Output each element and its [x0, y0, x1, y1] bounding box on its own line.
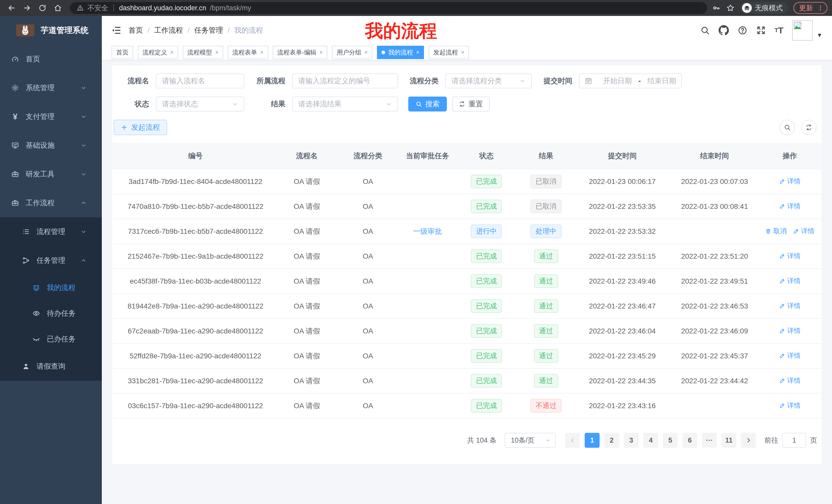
- sidebar-item-process-management[interactable]: 流程管理: [0, 217, 102, 246]
- close-tab-icon[interactable]: ×: [319, 49, 323, 56]
- sidebar-item-task-management[interactable]: 任务管理: [0, 246, 102, 275]
- cancel-action-link[interactable]: 取消: [765, 227, 787, 235]
- tab-5[interactable]: 用户分组×: [332, 46, 372, 59]
- tab-0[interactable]: 首页: [111, 46, 133, 59]
- close-tab-icon[interactable]: ×: [416, 49, 419, 56]
- table-row: 67c2eaab-7b9a-11ec-a290-acde48001122OA 请…: [112, 318, 822, 343]
- start-process-button[interactable]: 发起流程: [114, 120, 167, 135]
- warning-icon: [77, 4, 84, 11]
- tab-7[interactable]: 发起流程×: [428, 46, 469, 59]
- filter-item: 状态请选择状态: [116, 96, 244, 111]
- cell-result: 通过: [519, 318, 573, 343]
- browser-forward-button[interactable]: [20, 1, 34, 15]
- detail-action-link[interactable]: 详情: [779, 351, 801, 360]
- sidebar-item-leave-query[interactable]: 请假查询: [0, 352, 102, 381]
- page-button-11[interactable]: 11: [722, 433, 736, 448]
- close-tab-icon[interactable]: ×: [170, 49, 174, 56]
- app-logo[interactable]: 芋道管理系统: [0, 16, 102, 45]
- sidebar-item-todo-tasks[interactable]: 待办任务: [0, 301, 102, 326]
- next-page-button[interactable]: [741, 433, 756, 448]
- browser-back-button[interactable]: [5, 1, 19, 15]
- fullscreen-icon[interactable]: [756, 25, 766, 35]
- close-tab-icon[interactable]: ×: [260, 49, 263, 56]
- table-row: 3ad174fb-7b9d-11ec-8404-acde48001122OA 请…: [112, 169, 822, 194]
- prev-page-button[interactable]: [565, 433, 580, 448]
- help-icon[interactable]: [738, 25, 747, 35]
- github-icon[interactable]: [719, 25, 729, 35]
- address-bar[interactable]: 不安全 dashboard.yudao.iocoder.cn/bpm/task/…: [70, 2, 707, 14]
- detail-action-link[interactable]: 详情: [779, 276, 801, 285]
- page-size-select[interactable]: 10条/页: [505, 433, 555, 448]
- detail-action-link[interactable]: 详情: [779, 301, 801, 310]
- detail-action-link[interactable]: 详情: [779, 202, 801, 211]
- page-button-3[interactable]: 3: [624, 433, 639, 448]
- cell-submit-time: 2022-01-22 23:46:04: [573, 318, 671, 343]
- browser-update-button[interactable]: 更新: [794, 2, 827, 14]
- 所属流程-input[interactable]: 请输入流程定义的编号: [292, 74, 398, 88]
- 结果-select[interactable]: 请选择流结果: [292, 96, 398, 111]
- goto-page: 前往1页: [764, 433, 817, 448]
- menu-dots-icon[interactable]: [817, 5, 824, 11]
- 流程名-input[interactable]: 请输入流程名: [156, 74, 244, 88]
- tab-4[interactable]: 流程表单-编辑×: [273, 46, 328, 59]
- date-range-picker[interactable]: 开始日期-结束日期: [579, 74, 682, 88]
- search-button[interactable]: 搜索: [408, 96, 447, 111]
- close-tab-icon[interactable]: ×: [364, 49, 368, 56]
- key-icon[interactable]: [712, 4, 721, 12]
- sidebar-item-infrastructure[interactable]: 基础设施: [0, 131, 102, 160]
- tab-3[interactable]: 流程表单×: [228, 46, 268, 59]
- cell-result: 已取消: [519, 194, 573, 219]
- avatar-dropdown-icon[interactable]: ▾: [818, 31, 821, 39]
- edit-icon: [779, 178, 785, 185]
- table-refresh-button[interactable]: [801, 120, 816, 135]
- sidebar-item-system-management[interactable]: 系统管理: [0, 74, 102, 102]
- close-tab-icon[interactable]: ×: [215, 49, 218, 56]
- sidebar-item-dev-tools[interactable]: 研发工具: [0, 160, 102, 189]
- page-button-1[interactable]: 1: [585, 433, 600, 448]
- cell-submit-time: 2022-01-22 23:53:35: [573, 194, 671, 219]
- cell-status: 已完成: [454, 194, 519, 219]
- detail-action-link[interactable]: 详情: [779, 326, 801, 335]
- page-button-2[interactable]: 2: [604, 433, 619, 448]
- detail-action-link[interactable]: 详情: [779, 251, 801, 260]
- cell-submit-time: 2022-01-22 23:43:16: [573, 393, 671, 418]
- cell-result: 处理中: [519, 219, 573, 244]
- table-row: 331bc281-7b9a-11ec-a290-acde48001122OA 请…: [112, 368, 822, 393]
- edit-icon: [779, 303, 785, 309]
- 流程分类-select[interactable]: 请选择流程分类: [445, 74, 532, 88]
- detail-action-link[interactable]: 详情: [793, 227, 814, 235]
- page-button-6[interactable]: 6: [682, 433, 697, 448]
- current-task-link[interactable]: 一级审批: [413, 227, 442, 235]
- sidebar-item-workflow[interactable]: 工作流程: [0, 189, 102, 217]
- sidebar-item-payment-management[interactable]: ¥支付管理: [0, 102, 102, 131]
- search-icon[interactable]: [700, 25, 710, 35]
- avatar[interactable]: [792, 20, 813, 40]
- browser-home-button[interactable]: [51, 1, 65, 15]
- cell-end-time: 2022-01-22 23:44:42: [671, 368, 758, 393]
- page-button-4[interactable]: 4: [643, 433, 658, 448]
- cell-process-name: OA 请假: [279, 368, 335, 393]
- goto-page-input[interactable]: 1: [782, 433, 806, 448]
- breadcrumb-item[interactable]: 首页: [129, 25, 143, 35]
- breadcrumb-item[interactable]: 任务管理: [194, 25, 223, 35]
- sidebar-fold-icon[interactable]: [111, 25, 121, 35]
- tab-2[interactable]: 流程模型×: [183, 46, 223, 59]
- page-button-5[interactable]: 5: [663, 433, 678, 448]
- table-search-button[interactable]: [780, 120, 795, 135]
- reset-button[interactable]: 重置: [452, 96, 490, 111]
- sidebar-item-home[interactable]: 首页: [0, 45, 102, 74]
- tab-label: 流程表单-编辑: [278, 48, 316, 57]
- browser-reload-button[interactable]: [35, 1, 49, 15]
- sidebar-item-done-tasks[interactable]: 已办任务: [0, 326, 102, 352]
- detail-action-link[interactable]: 详情: [779, 401, 801, 410]
- page-ellipsis[interactable]: ···: [702, 433, 717, 448]
- 状态-select[interactable]: 请选择状态: [156, 96, 244, 111]
- detail-action-link[interactable]: 详情: [779, 177, 801, 186]
- detail-action-link[interactable]: 详情: [779, 376, 801, 385]
- star-icon[interactable]: [726, 4, 735, 12]
- sidebar-item-my-process[interactable]: 我的流程: [0, 275, 102, 301]
- tab-1[interactable]: 流程定义×: [138, 46, 178, 59]
- breadcrumb-item[interactable]: 工作流程: [154, 25, 183, 35]
- tab-active-6[interactable]: 我的流程×: [377, 46, 424, 59]
- close-tab-icon[interactable]: ×: [461, 49, 464, 56]
